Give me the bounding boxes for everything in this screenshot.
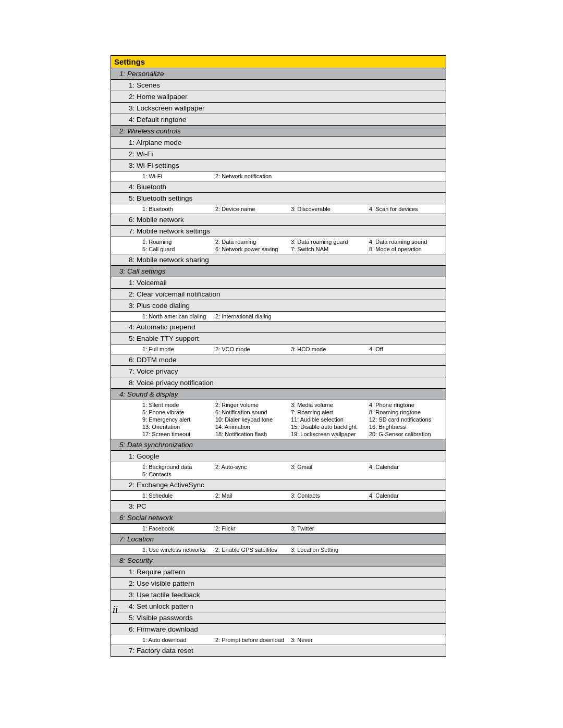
sub-option: 16: Brightness <box>369 423 442 430</box>
sub-option: 2: Device name <box>215 205 291 213</box>
sub-option: 8: Mode of operation <box>369 245 442 253</box>
sub-option: 1: Facebook <box>142 525 215 532</box>
sub-option: 1: Schedule <box>142 492 215 499</box>
sub-option-grid: 1: Facebook2: Flickr3: Twitter <box>111 524 446 534</box>
section-head: 8: Security <box>111 555 446 566</box>
sub-option: 14: Animation <box>215 423 291 430</box>
sub-option-grid: 1: Silent mode2: Ringer volume3: Media v… <box>111 400 446 439</box>
menu-row: 3: Plus code dialing <box>111 300 446 312</box>
menu-row: 8: Voice privacy notification <box>111 377 446 389</box>
section-head: 2: Wireless controls <box>111 126 446 137</box>
sub-option-grid: 1: Bluetooth2: Device name3: Discoverabl… <box>111 204 446 214</box>
menu-row: 4: Set unlock pattern <box>111 601 446 612</box>
sub-option-grid: 1: Schedule2: Mail3: Contacts4: Calendar <box>111 491 446 501</box>
menu-row: 2: Wi-Fi <box>111 149 446 160</box>
sub-option: 4: Calendar <box>369 492 442 499</box>
sub-option: 2: International dialing <box>215 313 291 320</box>
sub-option: 3: Media volume <box>291 401 369 409</box>
sub-option: 1: Bluetooth <box>142 205 215 213</box>
menu-row: 1: Airplane mode <box>111 137 446 149</box>
section-head: 5: Data synchronization <box>111 439 446 451</box>
sub-option: 4: Scan for devices <box>369 205 442 213</box>
menu-row: 1: Require pattern <box>111 566 446 578</box>
sub-option: 1: Wi-Fi <box>142 172 215 180</box>
page: Settings 1: Personalize1: Scenes2: Home … <box>0 0 563 728</box>
sub-option: 4: Phone ringtone <box>369 401 442 409</box>
sub-option: 5: Contacts <box>142 471 215 478</box>
sub-option: 2: Network notification <box>215 172 291 180</box>
section-head: 7: Location <box>111 534 446 545</box>
sub-option: 1: Roaming <box>142 238 215 245</box>
sub-option: 4: Calendar <box>369 463 442 471</box>
sub-option: 8: Roaming ringtone <box>369 409 442 416</box>
menu-row: 7: Voice privacy <box>111 366 446 377</box>
sub-option: 1: North american dialing <box>142 313 215 320</box>
menu-row: 3: Use tactile feedback <box>111 589 446 601</box>
sub-option: 2: Data roaming <box>215 238 291 245</box>
sub-option: 6: Notification sound <box>215 409 291 416</box>
sub-option: 2: Ringer volume <box>215 401 291 409</box>
menu-row: 4: Bluetooth <box>111 181 446 193</box>
menu-row: 6: Mobile network <box>111 214 446 226</box>
menu-row: 7: Factory data reset <box>111 645 446 656</box>
sub-option-grid: 1: Background data2: Auto-sync3: Gmail4:… <box>111 462 446 479</box>
menu-row: 7: Mobile network settings <box>111 226 446 237</box>
sub-option-grid: 1: North american dialing2: Internationa… <box>111 312 446 322</box>
menu-row: 1: Google <box>111 451 446 462</box>
menu-row: 3: Wi-Fi settings <box>111 160 446 171</box>
menu-row: 4: Default ringtone <box>111 114 446 126</box>
sub-option: 4: Off <box>369 346 442 353</box>
sub-option-grid: 1: Wi-Fi2: Network notification <box>111 171 446 181</box>
menu-row: 8: Mobile network sharing <box>111 254 446 266</box>
sub-option: 1: Full mode <box>142 346 215 353</box>
section-head: 4: Sound & display <box>111 389 446 400</box>
sub-option: 3: Twitter <box>291 525 369 532</box>
sub-option-grid: 1: Roaming2: Data roaming3: Data roaming… <box>111 237 446 254</box>
sub-option-grid: 1: Use wireless networks2: Enable GPS sa… <box>111 545 446 555</box>
sub-option: 5: Call guard <box>142 245 215 253</box>
sub-option: 5: Phone vibrate <box>142 409 215 416</box>
menu-row: 2: Clear voicemail notification <box>111 289 446 300</box>
sub-option: 2: Prompt before download <box>215 636 291 644</box>
menu-row: 6: DDTM mode <box>111 354 446 366</box>
menu-row: 3: PC <box>111 501 446 512</box>
sub-option: 2: Mail <box>215 492 291 499</box>
sub-option: 2: Enable GPS satellites <box>215 546 291 553</box>
menu-row: 3: Lockscreen wallpaper <box>111 103 446 114</box>
section-head: 6: Social network <box>111 512 446 524</box>
sub-option: 1: Background data <box>142 463 215 471</box>
sub-option: 3: Gmail <box>291 463 369 471</box>
sub-option: 1: Silent mode <box>142 401 215 409</box>
sub-option: 2: Flickr <box>215 525 291 532</box>
sub-option: 2: VCO mode <box>215 346 291 353</box>
sub-option-grid: 1: Full mode2: VCO mode3: HCO mode4: Off <box>111 344 446 354</box>
sub-option: 9: Emergency alert <box>142 416 215 423</box>
section-head: 1: Personalize <box>111 68 446 80</box>
sub-option-grid: 1: Auto download2: Prompt before downloa… <box>111 635 446 645</box>
menu-row: 5: Enable TTY support <box>111 333 446 344</box>
title-bar: Settings <box>111 56 446 68</box>
menu-row: 2: Exchange ActiveSync <box>111 479 446 491</box>
sub-option: 17: Screen timeout <box>142 430 215 438</box>
menu-row: 6: Firmware download <box>111 624 446 635</box>
sub-option: 3: HCO mode <box>291 346 369 353</box>
sub-option: 1: Use wireless networks <box>142 546 215 553</box>
sub-option: 18: Notification flash <box>215 430 291 438</box>
sub-option: 15: Disable auto backlight <box>291 423 369 430</box>
sub-option: 3: Contacts <box>291 492 369 499</box>
page-number: ii <box>113 604 118 615</box>
settings-table: Settings 1: Personalize1: Scenes2: Home … <box>111 55 446 657</box>
menu-row: 5: Bluetooth settings <box>111 193 446 204</box>
sub-option: 3: Location Setting <box>291 546 369 553</box>
menu-row: 5: Visible passwords <box>111 612 446 624</box>
sub-option: 20: G-Sensor calibration <box>369 430 442 438</box>
menu-row: 4: Automatic prepend <box>111 322 446 333</box>
sub-option: 6: Network power saving <box>215 245 291 253</box>
sub-option: 19: Lockscreen wallpaper <box>291 430 369 438</box>
sub-option: 4: Data roaming sound <box>369 238 442 245</box>
sub-option: 3: Never <box>291 636 369 644</box>
menu-row: 1: Voicemail <box>111 277 446 289</box>
sub-option: 2: Auto-sync <box>215 463 291 471</box>
menu-row: 1: Scenes <box>111 80 446 91</box>
sub-option: 3: Data roaming guard <box>291 238 369 245</box>
